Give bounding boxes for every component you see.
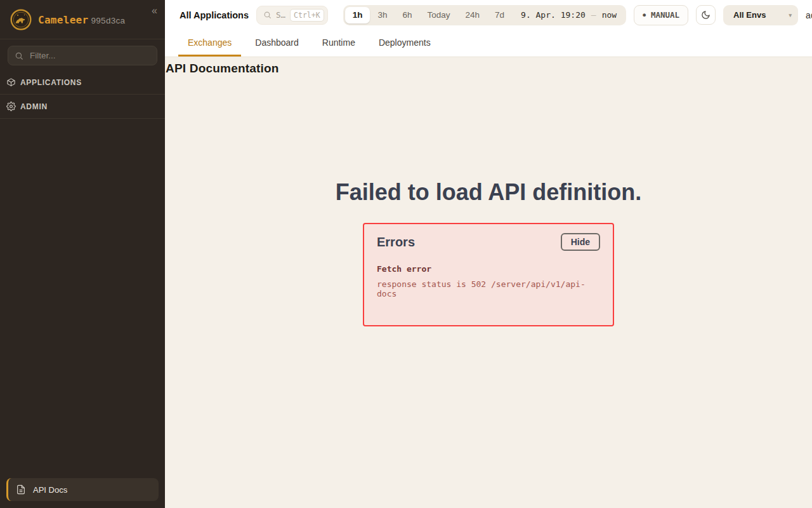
brand-suffix: 995d3ca bbox=[91, 16, 125, 25]
filter-wrap bbox=[0, 39, 165, 70]
env-select[interactable]: All Envs ▾ bbox=[723, 5, 798, 25]
sidebar-section-label: ADMIN bbox=[20, 102, 48, 111]
error-entry-title: Fetch error bbox=[377, 264, 600, 274]
tab-runtime[interactable]: Runtime bbox=[313, 30, 365, 57]
sidebar-item-applications[interactable]: APPLICATIONS bbox=[0, 70, 165, 95]
time-range-6h[interactable]: 6h bbox=[395, 7, 419, 23]
manual-label: MANUAL bbox=[651, 10, 679, 20]
errors-title: Errors bbox=[377, 235, 415, 250]
tabsbar: Exchanges Dashboard Runtime Deployments bbox=[165, 30, 812, 57]
moon-icon bbox=[701, 10, 710, 20]
tab-deployments[interactable]: Deployments bbox=[369, 30, 440, 57]
chevron-down-icon: ▾ bbox=[789, 12, 792, 18]
time-range-1h[interactable]: 1h bbox=[345, 7, 370, 23]
filter-box[interactable] bbox=[8, 46, 157, 65]
content-area: API Documentation Failed to load API def… bbox=[165, 57, 812, 508]
error-entry: Fetch error response status is 502 /serv… bbox=[377, 264, 600, 298]
sidebar-item-api-docs[interactable]: API Docs bbox=[6, 478, 159, 501]
sidebar-item-label: API Docs bbox=[33, 485, 67, 495]
file-text-icon bbox=[16, 485, 26, 495]
tab-exchanges[interactable]: Exchanges bbox=[178, 30, 241, 57]
main-area: All Applications S… Ctrl+K 1h 3h 6h Toda… bbox=[165, 0, 812, 508]
time-range-today[interactable]: Today bbox=[419, 7, 457, 23]
sidebar-item-admin[interactable]: ADMIN bbox=[0, 95, 165, 119]
time-range-7d[interactable]: 7d bbox=[487, 7, 512, 23]
errors-panel: Errors Hide Fetch error response status … bbox=[363, 223, 614, 326]
time-range-24h[interactable]: 24h bbox=[458, 7, 488, 23]
topbar: All Applications S… Ctrl+K 1h 3h 6h Toda… bbox=[165, 0, 812, 30]
search-icon bbox=[263, 11, 272, 19]
sidebar: Cameleer995d3ca « APPLICATIONS A bbox=[0, 0, 165, 508]
sidebar-collapse-icon[interactable]: « bbox=[152, 6, 157, 16]
range-separator: — bbox=[591, 10, 596, 20]
page-title: API Documentation bbox=[165, 57, 812, 76]
global-search-button[interactable]: S… Ctrl+K bbox=[256, 6, 328, 25]
fail-headline: Failed to load API definition. bbox=[165, 179, 812, 206]
time-range-3h[interactable]: 3h bbox=[370, 7, 395, 23]
manual-refresh-button[interactable]: ● MANUAL bbox=[634, 5, 688, 25]
brand-name: Cameleer995d3ca bbox=[38, 14, 125, 26]
gear-icon bbox=[6, 102, 16, 111]
time-range-group: 1h 3h 6h Today 24h 7d 9. Apr. 19:20 — no… bbox=[343, 5, 626, 25]
time-range-display[interactable]: 9. Apr. 19:20 — now bbox=[512, 10, 624, 20]
error-entry-message: response status is 502 /server/api/v1/ap… bbox=[377, 279, 600, 298]
sidebar-header: Cameleer995d3ca « bbox=[0, 0, 165, 39]
theme-toggle-button[interactable] bbox=[696, 5, 716, 25]
sidebar-footer: API Docs bbox=[0, 472, 165, 508]
user-name[interactable]: admin bbox=[806, 10, 812, 20]
env-select-value: All Envs bbox=[733, 10, 766, 20]
page-context-title: All Applications bbox=[180, 10, 249, 20]
search-icon bbox=[15, 51, 23, 60]
cube-icon bbox=[6, 77, 16, 87]
search-shortcut-kbd: Ctrl+K bbox=[290, 9, 324, 22]
search-placeholder-text: S… bbox=[276, 10, 285, 20]
status-dot: ● bbox=[643, 13, 646, 18]
range-to: now bbox=[602, 10, 617, 20]
range-from: 9. Apr. 19:20 bbox=[521, 10, 586, 20]
hide-errors-button[interactable]: Hide bbox=[561, 233, 600, 251]
camel-logo-icon bbox=[10, 9, 32, 30]
errors-panel-header: Errors Hide bbox=[377, 233, 600, 251]
sidebar-section-label: APPLICATIONS bbox=[20, 78, 82, 87]
filter-input[interactable] bbox=[29, 50, 150, 61]
tab-dashboard[interactable]: Dashboard bbox=[246, 30, 308, 57]
